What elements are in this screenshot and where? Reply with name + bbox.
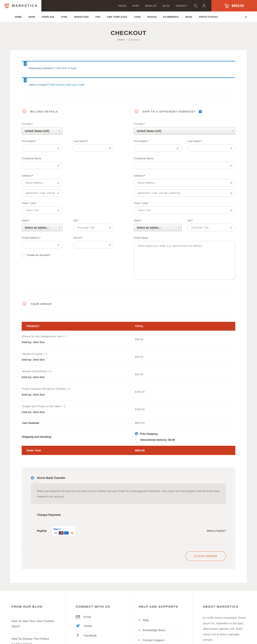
country-label: Country* bbox=[22, 122, 62, 125]
subtotal-label: Cart Subtotal bbox=[22, 422, 135, 424]
shipping-option-free[interactable]: Free Shipping bbox=[135, 432, 235, 435]
help-link[interactable]: Knowladge Base bbox=[139, 625, 185, 635]
topbar-nav-link[interactable]: PAGES bbox=[118, 4, 126, 7]
search-icon[interactable] bbox=[193, 4, 198, 8]
autofill-icon bbox=[230, 208, 233, 213]
autofill-icon bbox=[108, 226, 112, 230]
shipping-town-input[interactable] bbox=[134, 206, 235, 214]
product-total: $200.00 bbox=[135, 408, 235, 411]
help-link[interactable]: Help bbox=[139, 615, 185, 625]
radio-icon[interactable] bbox=[31, 513, 34, 516]
billing-zip-input[interactable] bbox=[73, 224, 114, 231]
twitter-icon bbox=[76, 624, 80, 628]
radio-selected-icon[interactable] bbox=[135, 432, 138, 435]
product-name: Women Hold iPhone × 1 bbox=[22, 370, 135, 373]
blog-post-link[interactable]: How To Start Your Own Fashion Store? bbox=[12, 615, 58, 633]
cart-button[interactable]: $653.50 bbox=[212, 0, 257, 12]
payment-cheque-option[interactable]: Cheque Payment bbox=[31, 513, 226, 516]
main-nav-link[interactable]: CMS TEMPLATES bbox=[107, 16, 127, 18]
social-facebook-link[interactable]: f Facebook bbox=[76, 633, 121, 638]
radio-icon[interactable] bbox=[135, 438, 138, 441]
chevron-down-icon: ▾ bbox=[59, 130, 60, 132]
main-nav-link[interactable]: MARKETING bbox=[74, 16, 89, 18]
topbar-nav-link[interactable]: BLOG bbox=[163, 4, 170, 7]
main-nav-link[interactable]: PHOTO STOCKS bbox=[199, 16, 218, 18]
shipping-apartment-input[interactable] bbox=[134, 189, 235, 197]
company-label: Company Name bbox=[22, 157, 62, 160]
product-total: $18.00 bbox=[135, 373, 235, 376]
resize-grip[interactable] bbox=[232, 278, 234, 280]
order-total-label: Order Total bbox=[22, 449, 135, 452]
billing-town-input[interactable] bbox=[22, 206, 62, 214]
shipping-last-name-input[interactable] bbox=[187, 144, 235, 152]
billing-heading-text: BILLING DETAILS bbox=[30, 110, 58, 113]
user-icon[interactable] bbox=[202, 4, 206, 8]
your-order-heading: YOUR ORDER bbox=[22, 301, 235, 307]
billing-company-input[interactable] bbox=[22, 162, 62, 169]
cart-subtotal-row: Cart Subtotal $653.50 bbox=[22, 418, 235, 428]
main-nav-link[interactable]: ECOMMERCE bbox=[163, 16, 179, 18]
payment-bank-option[interactable]: Direct Bank Transfer bbox=[31, 476, 226, 480]
footer-blog-heading: FROM OUR BLOG bbox=[12, 605, 58, 608]
select-value: United States (US) bbox=[137, 129, 161, 132]
shipping-first-name-input[interactable] bbox=[134, 144, 182, 152]
first-name-label: First Name* bbox=[134, 140, 182, 142]
shipping-state-select[interactable]: Select an option... ▾ bbox=[134, 224, 182, 231]
main-nav-link[interactable]: CODE bbox=[134, 16, 141, 18]
info-icon: i bbox=[24, 78, 27, 82]
payment-paypal-option[interactable]: PayPal PayPal VISA DISC What is PayPal? bbox=[31, 526, 226, 536]
billing-street-input[interactable] bbox=[22, 179, 62, 186]
topbar-nav-link[interactable]: WISHLIST bbox=[145, 4, 157, 7]
billing-phone-input[interactable] bbox=[73, 241, 114, 248]
main-nav-link[interactable]: HOME bbox=[15, 16, 22, 18]
order-notes-textarea[interactable] bbox=[134, 241, 235, 280]
main-nav-link[interactable]: DESIGN bbox=[147, 16, 156, 18]
radio-icon[interactable] bbox=[31, 529, 34, 532]
chevron-down-icon: ▾ bbox=[178, 226, 179, 228]
main-nav-link[interactable]: MUSE bbox=[186, 16, 192, 18]
main-nav-link[interactable]: SHOP bbox=[28, 16, 35, 18]
coupon-link[interactable]: Click here to enter your code bbox=[50, 83, 84, 86]
shipping-street-input[interactable] bbox=[134, 179, 235, 186]
autofill-icon bbox=[56, 146, 60, 151]
shipping-form: Country* United States (US) ▾ First Name… bbox=[134, 122, 235, 286]
main-nav-link[interactable]: TEMPLATE bbox=[42, 16, 54, 18]
footer-about-column: ABOUT MARKETICA ec mollis lorem consequa… bbox=[192, 591, 257, 644]
radio-selected-icon[interactable] bbox=[31, 476, 34, 480]
login-link[interactable]: Click here to login bbox=[55, 67, 76, 70]
phone-label: Phone* bbox=[73, 236, 114, 239]
product-seller: Sold by: John Doe bbox=[22, 393, 135, 396]
billing-apartment-input[interactable] bbox=[22, 189, 62, 197]
brand-logo[interactable]: MARKETICA bbox=[0, 0, 41, 12]
shipping-option-international[interactable]: International Delivery: $5.90 bbox=[135, 438, 235, 441]
breadcrumb-home-link[interactable]: Home bbox=[118, 38, 124, 41]
shipping-company-input[interactable] bbox=[134, 162, 235, 169]
billing-state-select[interactable]: Select an option... ▾ bbox=[22, 224, 62, 231]
state-label: State* bbox=[22, 219, 62, 222]
shipping-country-select[interactable]: United States (US) ▾ bbox=[134, 127, 235, 134]
social-email-link[interactable]: Email bbox=[76, 615, 121, 618]
ship-different-checkbox[interactable]: ✓ bbox=[199, 110, 202, 113]
what-is-paypal-link[interactable]: What is PayPal? bbox=[206, 530, 226, 532]
billing-country-select[interactable]: United States (US) ▾ bbox=[22, 127, 62, 134]
main-nav-link[interactable]: HTML bbox=[61, 16, 68, 18]
topbar-nav-link[interactable]: SHOP bbox=[132, 4, 139, 7]
billing-first-name-input[interactable] bbox=[22, 144, 62, 152]
place-order-button[interactable]: PLACE ORDER bbox=[185, 551, 226, 561]
order-total-value: $653.50 bbox=[135, 449, 235, 452]
billing-last-name-input[interactable] bbox=[73, 144, 114, 152]
social-twitter-link[interactable]: Twitter bbox=[76, 624, 121, 628]
blog-post-link[interactable]: How To Choose The Perfect Fashion Store? bbox=[12, 633, 58, 644]
autofill-icon bbox=[230, 164, 233, 168]
create-account-checkbox[interactable] bbox=[22, 254, 25, 256]
help-link[interactable]: Contact Support bbox=[139, 635, 185, 644]
social-googleplus-link[interactable]: g+ Google Plus bbox=[76, 643, 121, 644]
more-categories-icon[interactable] bbox=[244, 16, 247, 18]
shipping-zip-input[interactable] bbox=[187, 224, 235, 231]
autofill-icon bbox=[108, 243, 112, 247]
billing-email-input[interactable] bbox=[22, 241, 62, 248]
bullet-icon bbox=[139, 630, 140, 631]
footer: FROM OUR BLOG How To Start Your Own Fash… bbox=[0, 591, 257, 644]
topbar-nav-link[interactable]: CONTACT bbox=[176, 4, 187, 7]
main-nav-link[interactable]: PSD bbox=[95, 16, 100, 18]
